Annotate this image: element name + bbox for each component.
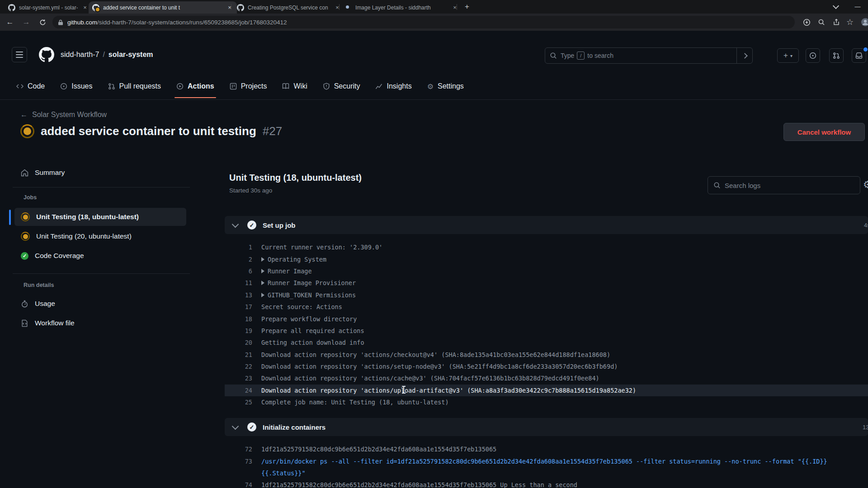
text-cursor: [403, 386, 404, 394]
github-page: sidd-harth-7 / solar-system Type / to se…: [0, 31, 868, 488]
log-line-group[interactable]: 11Runner Image Provisioner: [225, 277, 868, 289]
bookmark-star-icon[interactable]: ☆: [844, 17, 855, 28]
tab-issues[interactable]: Issues: [54, 76, 99, 97]
tab-close-icon[interactable]: ×: [451, 4, 458, 11]
tab-code[interactable]: Code: [10, 76, 51, 97]
breadcrumb-owner[interactable]: sidd-harth-7: [61, 51, 99, 59]
github-favicon-busy: [92, 4, 99, 11]
job-title: Unit Testing (18, ubuntu-latest): [229, 173, 362, 183]
new-tab-button[interactable]: +: [462, 2, 472, 12]
graph-icon: [375, 83, 382, 90]
log-line: 721df21a525791582c80dc9b6e651d2b2d34e42f…: [225, 443, 868, 455]
share-icon[interactable]: [831, 17, 842, 28]
log-line: 23Download action repository 'actions/ca…: [225, 372, 868, 384]
section-initialize-containers[interactable]: ✓ Initialize containers 13s: [225, 418, 868, 436]
screen: { "colors":{"accent_blue":"#2f81f7","sta…: [0, 0, 868, 488]
window-minimize-button[interactable]: —: [850, 0, 865, 13]
back-button[interactable]: ←: [5, 17, 15, 28]
create-new-button[interactable]: +▾: [777, 48, 799, 63]
in-progress-status-icon: [21, 232, 30, 241]
tab-actions[interactable]: Actions: [170, 76, 221, 97]
browser-tab-3[interactable]: Creating PostgreSQL service con ×: [233, 1, 344, 14]
sidebar-divider: [13, 187, 190, 188]
log-lines-set-up-job: 1Current runner version: '2.309.0' 2Oper…: [225, 241, 868, 408]
cancel-workflow-button[interactable]: Cancel workflow: [783, 123, 865, 141]
shield-icon: [323, 83, 330, 90]
expand-triangle-icon: [261, 281, 264, 285]
sidebar-job-unit-testing-18[interactable]: Unit Testing (18, ubuntu-latest): [14, 208, 186, 226]
sidebar-item-workflow-file[interactable]: Workflow file: [14, 314, 186, 332]
step-duration: 4s: [864, 222, 868, 229]
site-favicon: [344, 4, 352, 11]
code-icon: [16, 83, 24, 90]
section-set-up-job[interactable]: ✓ Set up job 4s: [225, 216, 868, 234]
log-line: 20Getting action download info: [225, 337, 868, 348]
issues-header-icon[interactable]: [806, 48, 820, 63]
url-text: github.com/sidd-harth-7/solar-system/act…: [67, 19, 287, 26]
search-placeholder: Type / to search: [561, 52, 736, 60]
in-progress-status-icon: [20, 124, 34, 138]
tab-pull-requests[interactable]: Pull requests: [102, 76, 168, 97]
step-check-icon: ✓: [247, 221, 256, 230]
header-divider: [0, 99, 868, 100]
tab-projects[interactable]: Projects: [223, 76, 274, 97]
zoom-icon[interactable]: [816, 17, 827, 28]
hamburger-menu-button[interactable]: [12, 47, 27, 62]
job-started-time: Started 30s ago: [229, 187, 272, 194]
breadcrumb-repo[interactable]: solar-system: [108, 51, 153, 59]
sidebar-divider: [13, 273, 190, 274]
breadcrumb-separator: /: [103, 51, 104, 59]
install-icon[interactable]: [801, 17, 812, 28]
tab-insights[interactable]: Insights: [369, 76, 418, 97]
run-title-row: added service container to unit testing …: [20, 124, 282, 138]
profile-avatar[interactable]: [860, 17, 868, 28]
search-logs-input[interactable]: Search logs: [708, 176, 860, 194]
tab-close-icon[interactable]: ×: [226, 4, 233, 11]
notification-dot: [863, 47, 868, 52]
step-duration: 13s: [863, 424, 868, 431]
global-search-input[interactable]: Type / to search: [545, 47, 753, 64]
home-icon: [21, 169, 28, 177]
workflow-back-link[interactable]: ← Solar System Workflow: [20, 111, 107, 119]
command-palette-icon[interactable]: [736, 48, 752, 63]
tab-search-chevron-icon[interactable]: [828, 0, 844, 13]
url-bar[interactable]: github.com/sidd-harth-7/solar-system/act…: [52, 16, 795, 28]
run-details-section-label: Run details: [24, 282, 54, 288]
browser-tab-4[interactable]: Image Layer Details - siddharth ×: [341, 1, 462, 14]
expand-triangle-icon: [261, 269, 264, 273]
tab-close-icon[interactable]: ×: [81, 4, 89, 11]
wiki-book-icon: [282, 83, 289, 90]
log-settings-gear-icon[interactable]: ⚙: [863, 179, 868, 191]
tab-security[interactable]: Security: [316, 76, 367, 97]
github-logo-icon[interactable]: [39, 47, 54, 62]
sidebar-item-usage[interactable]: Usage: [14, 295, 186, 313]
log-line: 25Complete job name: Unit Testing (18, u…: [225, 396, 868, 408]
log-line: 17Secret source: Actions: [225, 301, 868, 313]
log-line-group[interactable]: 6Runner Image: [225, 265, 868, 277]
browser-tab-2-active[interactable]: added service container to unit t ×: [89, 1, 237, 14]
job-log-panel: Unit Testing (18, ubuntu-latest) Started…: [225, 168, 868, 488]
active-job-indicator: [9, 210, 11, 225]
log-line: 19Prepare all required actions: [225, 325, 868, 337]
tab-wiki[interactable]: Wiki: [276, 76, 313, 97]
log-line-group[interactable]: 2Operating System: [225, 253, 868, 265]
sidebar-item-summary[interactable]: Summary: [14, 164, 186, 182]
pull-requests-header-icon[interactable]: [829, 48, 844, 63]
browser-tab-1[interactable]: solar-system.yml - solar-system ×: [5, 1, 92, 14]
gear-icon: ⚙: [427, 82, 434, 91]
tab-settings[interactable]: ⚙ Settings: [421, 76, 470, 97]
log-line-continuation: {{.Status}}": [225, 467, 868, 479]
reload-button[interactable]: [37, 17, 48, 28]
jobs-section-label: Jobs: [24, 194, 37, 201]
tab-close-icon[interactable]: ×: [334, 4, 341, 11]
search-icon: [713, 182, 721, 189]
log-line-group[interactable]: 13GITHUB_TOKEN Permissions: [225, 289, 868, 301]
log-line: 18Prepare workflow directory: [225, 313, 868, 324]
expand-triangle-icon: [261, 293, 264, 297]
actions-icon: [176, 83, 184, 90]
sidebar-job-unit-testing-20[interactable]: Unit Testing (20, ubuntu-latest): [14, 227, 186, 245]
forward-button[interactable]: →: [21, 17, 32, 28]
sidebar-job-code-coverage[interactable]: ✓ Code Coverage: [14, 247, 186, 265]
workflow-name: Solar System Workflow: [32, 111, 107, 119]
back-arrow-icon: ←: [20, 111, 28, 119]
